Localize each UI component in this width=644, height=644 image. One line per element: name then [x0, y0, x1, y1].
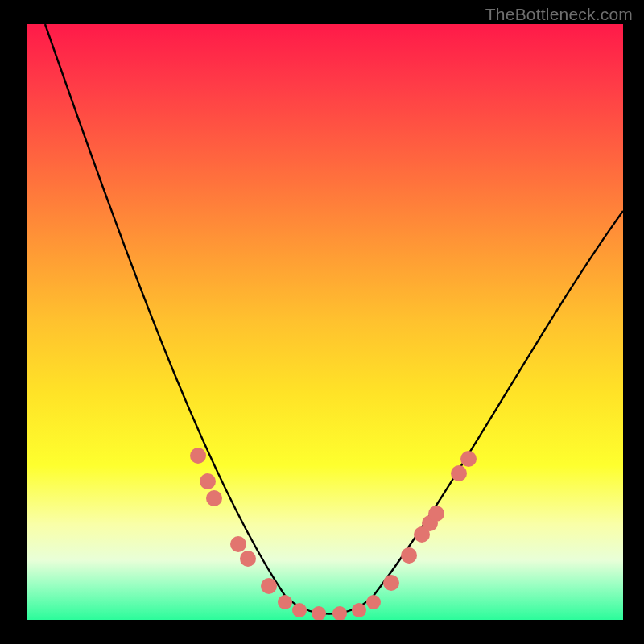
data-point: [292, 603, 307, 617]
data-point: [261, 578, 277, 594]
data-point: [451, 465, 467, 481]
data-point: [312, 606, 326, 620]
data-point: [230, 536, 246, 552]
data-point: [278, 595, 292, 609]
chart-svg: [27, 24, 623, 620]
bottleneck-curve: [45, 24, 623, 614]
data-point: [428, 506, 444, 522]
data-point: [383, 575, 399, 591]
data-point: [190, 448, 206, 464]
data-point: [460, 451, 477, 467]
chart-frame: TheBottleneck.com: [0, 0, 644, 644]
data-point: [352, 603, 366, 617]
data-point: [332, 606, 347, 620]
data-point: [240, 551, 256, 567]
chart-plot-area: [27, 24, 623, 620]
data-point: [366, 595, 381, 609]
data-point: [401, 547, 417, 564]
watermark-text: TheBottleneck.com: [485, 5, 633, 24]
data-point: [200, 473, 216, 489]
data-point: [206, 490, 222, 506]
